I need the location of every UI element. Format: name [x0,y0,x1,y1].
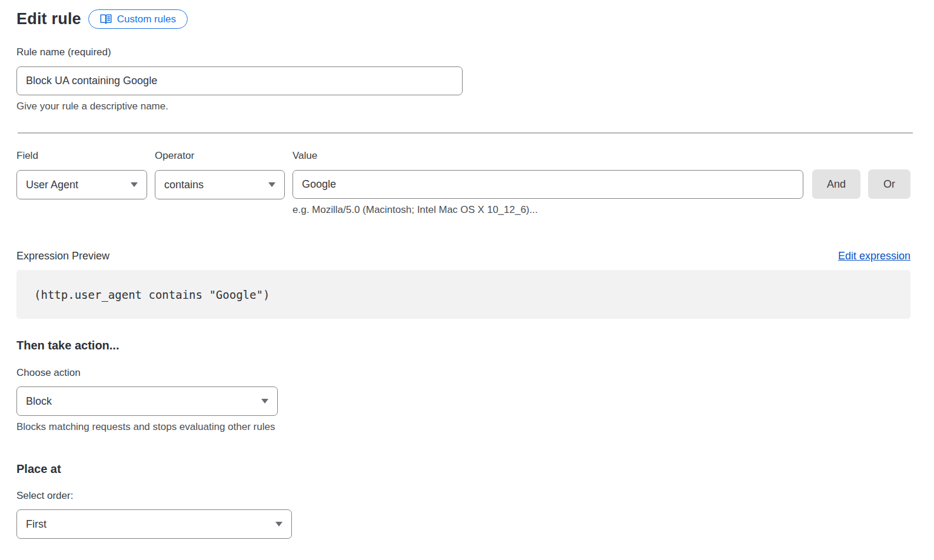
rule-name-section: Rule name (required) Give your rule a de… [16,46,910,112]
field-select[interactable]: User Agent [16,170,147,199]
rule-name-label: Rule name (required) [16,46,910,58]
operator-selected-value: contains [164,179,204,191]
custom-rules-docs-button[interactable]: Custom rules [88,9,188,29]
action-heading: Then take action... [16,339,910,352]
field-selected-value: User Agent [26,179,78,191]
expression-preview-section: Expression Preview Edit expression (http… [16,250,910,319]
page-header: Edit rule Custom rules [16,9,910,29]
chevron-down-icon [261,399,268,404]
action-helper: Blocks matching requests and stops evalu… [16,421,910,433]
operator-column: Operator contains [155,150,285,199]
chevron-down-icon [131,182,138,187]
edit-rule-page: Edit rule Custom rules Rule name (requir… [0,0,934,560]
rule-name-helper: Give your rule a descriptive name. [16,101,910,112]
section-divider [18,132,913,134]
field-column: Field User Agent [16,150,147,199]
action-section: Then take action... Choose action Block … [16,339,910,433]
operator-label: Operator [155,150,285,162]
condition-builder: Field User Agent Operator contains Value [16,150,910,216]
action-selected-value: Block [26,395,52,408]
field-label: Field [16,150,147,162]
page-title: Edit rule [16,10,81,28]
select-order-label: Select order: [16,490,910,502]
value-column: Value e.g. Mozilla/5.0 (Macintosh; Intel… [293,150,803,216]
and-button[interactable]: And [812,169,860,199]
edit-expression-link[interactable]: Edit expression [838,250,910,262]
or-column: Or [868,150,910,199]
placement-section: Place at Select order: First [16,462,910,539]
value-helper: e.g. Mozilla/5.0 (Macintosh; Intel Mac O… [293,204,803,216]
choose-action-label: Choose action [16,367,910,379]
operator-select[interactable]: contains [155,170,285,199]
expression-code: (http.user_agent contains "Google") [34,288,270,301]
order-select[interactable]: First [16,509,292,539]
action-select[interactable]: Block [16,386,278,416]
rule-name-input[interactable] [16,66,463,95]
and-column: And [812,150,860,199]
place-at-heading: Place at [16,462,910,476]
value-label: Value [293,150,803,162]
custom-rules-label: Custom rules [117,14,176,24]
expression-code-panel: (http.user_agent contains "Google") [16,270,910,319]
order-selected-value: First [26,518,46,531]
chevron-down-icon [268,182,275,187]
open-book-icon [100,14,112,24]
expression-preview-label: Expression Preview [16,250,109,262]
or-button[interactable]: Or [868,169,910,199]
chevron-down-icon [275,522,282,526]
value-input[interactable] [293,170,803,199]
